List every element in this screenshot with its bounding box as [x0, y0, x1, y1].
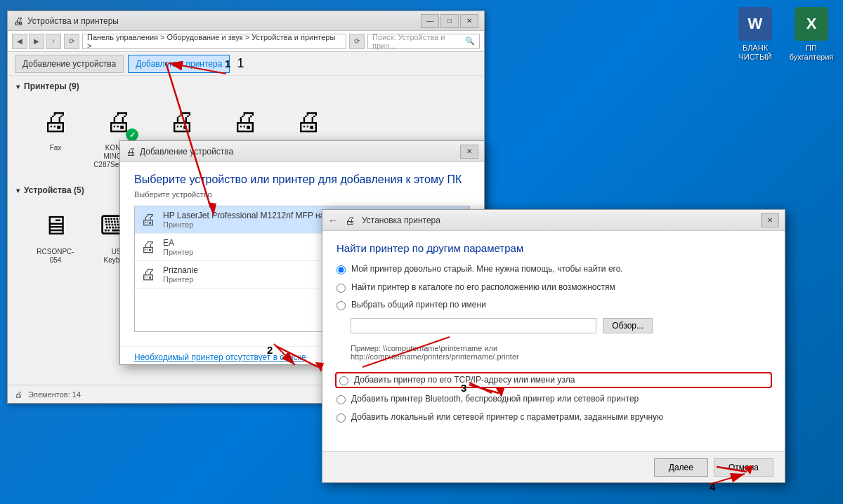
- konica2-icon: 🖨: [169, 107, 195, 137]
- printer-setup-dialog: ← 🖨 Установка принтера ✕ Найти принтер п…: [322, 209, 785, 483]
- annotation-4: 4: [710, 481, 715, 493]
- back-button[interactable]: ◀: [12, 34, 27, 49]
- konica3-icon-wrap: 🖨: [226, 102, 265, 141]
- radio-local[interactable]: Добавить локальный или сетевой принтер с…: [336, 412, 771, 423]
- radio-bluetooth-input[interactable]: [336, 395, 346, 404]
- forward-button[interactable]: ▶: [29, 34, 44, 49]
- add-device-titlebar: 🖨 Добавление устройства ✕: [120, 141, 484, 162]
- konica3-icon: 🖨: [232, 107, 259, 137]
- radio-old-printer-label: Мой принтер довольно старый. Мне нужна п…: [351, 264, 623, 275]
- priznanie-printer-text: Priznanie Принтер: [163, 265, 198, 284]
- back-arrow-icon[interactable]: ←: [328, 215, 338, 226]
- printers-section-header[interactable]: ▾ Принтеры (9): [16, 81, 476, 91]
- radio-shared-name[interactable]: Выбрать общий принтер по имени: [336, 300, 771, 311]
- printer-setup-title-text: Установка принтера: [362, 215, 440, 225]
- shared-name-input[interactable]: [351, 318, 596, 333]
- add-device-title: 🖨 Добавление устройства: [126, 146, 233, 157]
- next-button[interactable]: Далее: [654, 458, 708, 477]
- radio-group: Мой принтер довольно старый. Мне нужна п…: [336, 264, 771, 423]
- window-controls: — □ ✕: [421, 14, 478, 28]
- ea-printer-icon: 🖨: [140, 238, 156, 256]
- add-device-close[interactable]: ✕: [460, 145, 478, 159]
- annotation-3: 3: [461, 382, 466, 394]
- priznanie-printer-icon: 🖨: [140, 265, 156, 284]
- breadcrumb-text: Панель управления > Оборудование и звук …: [87, 33, 341, 50]
- printer-dialog-heading: Найти принтер по другим параметрам: [336, 242, 771, 254]
- hp-printer-icon: 🖨: [140, 211, 156, 229]
- radio-shared-name-input[interactable]: [336, 301, 346, 310]
- browse-button[interactable]: Обзор...: [603, 318, 653, 333]
- minimize-button[interactable]: —: [421, 14, 439, 28]
- p4-icon-wrap: 🖨: [289, 102, 328, 141]
- window-title-left: 🖨 Устройства и принтеры: [13, 15, 119, 27]
- close-button[interactable]: ✕: [460, 14, 478, 28]
- printer-dialog-footer: Далее Отмена: [322, 451, 785, 482]
- radio-local-label: Добавить локальный или сетевой принтер с…: [351, 412, 663, 423]
- nav-arrows: ◀ ▶ ↑: [12, 34, 61, 49]
- fax-label: Fax: [50, 144, 62, 152]
- devices-section-label: Устройства (5): [24, 185, 84, 195]
- radio-local-input[interactable]: [336, 413, 346, 423]
- add-device-title-text: Добавление устройства: [140, 147, 233, 157]
- radio-shared-name-label: Выбрать общий принтер по имени: [351, 300, 486, 311]
- fax-icon-wrap: 🖨: [36, 102, 75, 141]
- desktop-icon-excel[interactable]: X ПП бухгалтерия: [787, 7, 836, 62]
- annotation-1: 1: [225, 58, 230, 69]
- add-printer-button[interactable]: Добавление принтера: [128, 55, 230, 73]
- main-window-titlebar: 🖨 Устройства и принтеры — □ ✕: [8, 11, 484, 31]
- input-hint: Пример: \\computername\printername илиht…: [351, 342, 771, 361]
- ea-printer-type: Принтер: [163, 248, 193, 256]
- konica1-icon-wrap: 🖨 ✓: [99, 102, 138, 141]
- priznanie-printer-name: Priznanie: [163, 265, 198, 275]
- priznanie-printer-type: Принтер: [163, 275, 198, 284]
- radio-tcpip[interactable]: Добавить принтер по его TCP/IP-адресу ил…: [336, 373, 771, 387]
- add-device-subheading: Выберите устройство: [134, 190, 470, 199]
- excel-icon: X: [795, 7, 828, 41]
- missing-printer-link[interactable]: Необходимый принтер отсутствует в списке: [134, 352, 306, 362]
- desktop-icon-word[interactable]: W БЛАНК ЧИСТЫЙ: [731, 7, 780, 62]
- add-device-heading: Выберите устройство или принтер для доба…: [134, 173, 470, 186]
- printer-fax[interactable]: 🖨 Fax: [27, 97, 84, 174]
- printers-section-label: Принтеры (9): [24, 81, 79, 91]
- printer-setup-titlebar: ← 🖨 Установка принтера ✕: [322, 210, 785, 231]
- up-button[interactable]: ↑: [46, 34, 61, 49]
- refresh-button[interactable]: ⟳: [64, 34, 79, 49]
- refresh-btn2[interactable]: ⟳: [349, 34, 365, 49]
- printer-setup-icon: 🖨: [345, 215, 355, 226]
- status-text: Элементов: 14: [28, 390, 81, 399]
- device-rcsonpc[interactable]: 🖥 RCSONPC-054: [27, 201, 84, 278]
- add-device-title-icon: 🖨: [126, 146, 136, 157]
- radio-old-printer[interactable]: Мой принтер довольно старый. Мне нужна п…: [336, 264, 771, 275]
- search-placeholder: Поиск: Устройства и прин...: [372, 33, 465, 50]
- printer-setup-close[interactable]: ✕: [761, 213, 779, 227]
- radio-tcpip-input[interactable]: [339, 376, 348, 385]
- excel-label: ПП бухгалтерия: [787, 44, 836, 62]
- default-checkmark: ✓: [126, 128, 138, 141]
- breadcrumb: Панель управления > Оборудование и звук …: [82, 34, 346, 49]
- radio-bluetooth[interactable]: Добавить принтер Bluetooth, беспроводной…: [336, 394, 771, 405]
- p4-icon: 🖨: [295, 107, 322, 137]
- toolbar: Добавление устройства Добавление принтер…: [8, 52, 484, 76]
- number-annotation-1: 1: [237, 56, 244, 71]
- ea-printer-text: EA Принтер: [163, 238, 193, 256]
- input-hint-text: Пример: \\computername\printername илиht…: [351, 344, 771, 361]
- word-label: БЛАНК ЧИСТЫЙ: [731, 44, 780, 62]
- window-icon: 🖨: [13, 15, 23, 27]
- printer-setup-title: ← 🖨 Установка принтера: [328, 215, 440, 226]
- radio-catalog-label: Найти принтер в каталоге по его располож…: [351, 282, 615, 293]
- rcsonpc-label: RCSONPC-054: [32, 248, 79, 265]
- radio-old-printer-input[interactable]: [336, 265, 346, 274]
- ea-printer-name: EA: [163, 238, 193, 248]
- printers-chevron: ▾: [16, 83, 20, 91]
- desktop-icons: W БЛАНК ЧИСТЫЙ X ПП бухгалтерия: [731, 7, 836, 62]
- printer-dialog-main: Найти принтер по другим параметрам Мой п…: [322, 231, 785, 482]
- radio-catalog[interactable]: Найти принтер в каталоге по его располож…: [336, 282, 771, 293]
- search-bar[interactable]: Поиск: Устройства и прин... 🔍: [367, 34, 480, 49]
- address-bar: ◀ ▶ ↑ ⟳ Панель управления > Оборудование…: [8, 31, 484, 52]
- radio-catalog-input[interactable]: [336, 284, 346, 293]
- add-device-controls: ✕: [460, 145, 478, 159]
- add-device-button[interactable]: Добавление устройства: [15, 55, 124, 73]
- cancel-button[interactable]: Отмена: [714, 458, 773, 477]
- printer-dialog-body: Найти принтер по другим параметрам Мой п…: [322, 231, 785, 482]
- maximize-button[interactable]: □: [440, 14, 459, 28]
